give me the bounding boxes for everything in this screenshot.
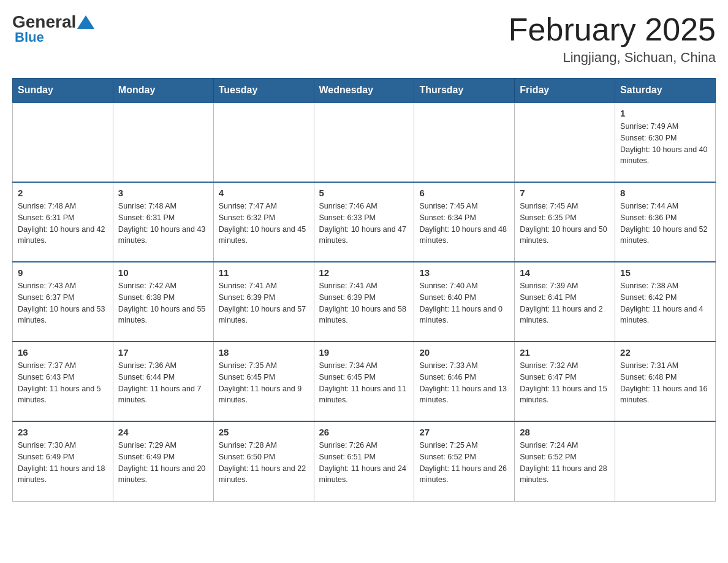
day-info: Sunrise: 7:41 AMSunset: 6:39 PMDaylight:…	[219, 280, 309, 326]
table-row: 6Sunrise: 7:45 AMSunset: 6:34 PMDaylight…	[414, 182, 515, 262]
table-row: 1Sunrise: 7:49 AMSunset: 6:30 PMDaylight…	[615, 102, 716, 182]
table-row: 18Sunrise: 7:35 AMSunset: 6:45 PMDayligh…	[213, 342, 314, 421]
table-row: 17Sunrise: 7:36 AMSunset: 6:44 PMDayligh…	[113, 342, 213, 421]
day-info: Sunrise: 7:42 AMSunset: 6:38 PMDaylight:…	[118, 280, 208, 326]
title-section: February 2025 Lingjiang, Sichuan, China	[509, 12, 716, 66]
day-info: Sunrise: 7:47 AMSunset: 6:32 PMDaylight:…	[219, 201, 309, 247]
table-row: 3Sunrise: 7:48 AMSunset: 6:31 PMDaylight…	[113, 182, 213, 262]
day-info: Sunrise: 7:34 AMSunset: 6:45 PMDaylight:…	[319, 360, 409, 406]
day-info: Sunrise: 7:49 AMSunset: 6:30 PMDaylight:…	[620, 121, 710, 167]
header-tuesday: Tuesday	[213, 79, 314, 103]
day-info: Sunrise: 7:26 AMSunset: 6:51 PMDaylight:…	[319, 440, 409, 486]
day-number: 14	[520, 267, 610, 278]
day-number: 10	[118, 267, 208, 278]
table-row: 2Sunrise: 7:48 AMSunset: 6:31 PMDaylight…	[13, 182, 113, 262]
table-row	[314, 102, 414, 182]
logo: General Blue	[12, 12, 96, 45]
table-row: 12Sunrise: 7:41 AMSunset: 6:39 PMDayligh…	[314, 262, 414, 342]
day-number: 12	[319, 267, 409, 278]
day-number: 8	[620, 188, 710, 198]
page-header: General Blue February 2025 Lingjiang, Si…	[12, 12, 716, 66]
calendar-header-row: Sunday Monday Tuesday Wednesday Thursday…	[13, 79, 716, 103]
day-info: Sunrise: 7:41 AMSunset: 6:39 PMDaylight:…	[319, 280, 409, 326]
week-row-5: 23Sunrise: 7:30 AMSunset: 6:49 PMDayligh…	[13, 421, 716, 501]
day-info: Sunrise: 7:46 AMSunset: 6:33 PMDaylight:…	[319, 201, 409, 247]
day-info: Sunrise: 7:29 AMSunset: 6:49 PMDaylight:…	[118, 440, 208, 486]
day-number: 19	[319, 347, 409, 358]
table-row: 25Sunrise: 7:28 AMSunset: 6:50 PMDayligh…	[213, 421, 314, 501]
day-info: Sunrise: 7:45 AMSunset: 6:34 PMDaylight:…	[419, 201, 509, 247]
day-number: 13	[419, 267, 509, 278]
day-info: Sunrise: 7:31 AMSunset: 6:48 PMDaylight:…	[620, 360, 710, 406]
week-row-2: 2Sunrise: 7:48 AMSunset: 6:31 PMDaylight…	[13, 182, 716, 262]
calendar-table: Sunday Monday Tuesday Wednesday Thursday…	[12, 78, 716, 502]
week-row-4: 16Sunrise: 7:37 AMSunset: 6:43 PMDayligh…	[13, 342, 716, 421]
table-row: 16Sunrise: 7:37 AMSunset: 6:43 PMDayligh…	[13, 342, 113, 421]
table-row: 11Sunrise: 7:41 AMSunset: 6:39 PMDayligh…	[213, 262, 314, 342]
day-number: 2	[18, 188, 108, 198]
day-info: Sunrise: 7:33 AMSunset: 6:46 PMDaylight:…	[419, 360, 509, 406]
day-info: Sunrise: 7:48 AMSunset: 6:31 PMDaylight:…	[18, 201, 108, 247]
table-row: 27Sunrise: 7:25 AMSunset: 6:52 PMDayligh…	[414, 421, 515, 501]
table-row: 14Sunrise: 7:39 AMSunset: 6:41 PMDayligh…	[515, 262, 615, 342]
day-number: 11	[219, 267, 309, 278]
table-row	[113, 102, 213, 182]
day-number: 28	[520, 427, 610, 437]
header-thursday: Thursday	[414, 79, 515, 103]
day-number: 22	[620, 347, 710, 358]
day-info: Sunrise: 7:36 AMSunset: 6:44 PMDaylight:…	[118, 360, 208, 406]
day-number: 9	[18, 267, 108, 278]
day-info: Sunrise: 7:48 AMSunset: 6:31 PMDaylight:…	[118, 201, 208, 247]
week-row-1: 1Sunrise: 7:49 AMSunset: 6:30 PMDaylight…	[13, 102, 716, 182]
week-row-3: 9Sunrise: 7:43 AMSunset: 6:37 PMDaylight…	[13, 262, 716, 342]
table-row	[615, 421, 716, 501]
day-number: 7	[520, 188, 610, 198]
table-row: 4Sunrise: 7:47 AMSunset: 6:32 PMDaylight…	[213, 182, 314, 262]
header-saturday: Saturday	[615, 79, 716, 103]
day-info: Sunrise: 7:30 AMSunset: 6:49 PMDaylight:…	[18, 440, 108, 486]
day-number: 1	[620, 108, 710, 118]
header-friday: Friday	[515, 79, 615, 103]
day-number: 5	[319, 188, 409, 198]
table-row: 9Sunrise: 7:43 AMSunset: 6:37 PMDaylight…	[13, 262, 113, 342]
day-info: Sunrise: 7:39 AMSunset: 6:41 PMDaylight:…	[520, 280, 610, 326]
day-number: 17	[118, 347, 208, 358]
day-number: 6	[419, 188, 509, 198]
logo-triangle-icon	[77, 15, 94, 29]
day-info: Sunrise: 7:24 AMSunset: 6:52 PMDaylight:…	[520, 440, 610, 486]
day-number: 15	[620, 267, 710, 278]
day-info: Sunrise: 7:35 AMSunset: 6:45 PMDaylight:…	[219, 360, 309, 406]
day-info: Sunrise: 7:38 AMSunset: 6:42 PMDaylight:…	[620, 280, 710, 326]
day-number: 27	[419, 427, 509, 437]
month-title: February 2025	[509, 12, 716, 47]
day-number: 18	[219, 347, 309, 358]
day-number: 4	[219, 188, 309, 198]
day-number: 25	[219, 427, 309, 437]
day-info: Sunrise: 7:25 AMSunset: 6:52 PMDaylight:…	[419, 440, 509, 486]
day-number: 3	[118, 188, 208, 198]
table-row: 8Sunrise: 7:44 AMSunset: 6:36 PMDaylight…	[615, 182, 716, 262]
day-info: Sunrise: 7:37 AMSunset: 6:43 PMDaylight:…	[18, 360, 108, 406]
table-row	[515, 102, 615, 182]
day-info: Sunrise: 7:28 AMSunset: 6:50 PMDaylight:…	[219, 440, 309, 486]
day-info: Sunrise: 7:32 AMSunset: 6:47 PMDaylight:…	[520, 360, 610, 406]
day-number: 23	[18, 427, 108, 437]
day-number: 26	[319, 427, 409, 437]
table-row: 7Sunrise: 7:45 AMSunset: 6:35 PMDaylight…	[515, 182, 615, 262]
day-info: Sunrise: 7:44 AMSunset: 6:36 PMDaylight:…	[620, 201, 710, 247]
table-row: 20Sunrise: 7:33 AMSunset: 6:46 PMDayligh…	[414, 342, 515, 421]
table-row: 19Sunrise: 7:34 AMSunset: 6:45 PMDayligh…	[314, 342, 414, 421]
day-number: 24	[118, 427, 208, 437]
day-number: 21	[520, 347, 610, 358]
day-info: Sunrise: 7:40 AMSunset: 6:40 PMDaylight:…	[419, 280, 509, 326]
table-row: 15Sunrise: 7:38 AMSunset: 6:42 PMDayligh…	[615, 262, 716, 342]
table-row: 10Sunrise: 7:42 AMSunset: 6:38 PMDayligh…	[113, 262, 213, 342]
day-number: 20	[419, 347, 509, 358]
table-row	[13, 102, 113, 182]
table-row: 24Sunrise: 7:29 AMSunset: 6:49 PMDayligh…	[113, 421, 213, 501]
location-subtitle: Lingjiang, Sichuan, China	[509, 50, 716, 66]
table-row: 28Sunrise: 7:24 AMSunset: 6:52 PMDayligh…	[515, 421, 615, 501]
day-number: 16	[18, 347, 108, 358]
logo-blue-text: Blue	[15, 29, 44, 45]
day-info: Sunrise: 7:43 AMSunset: 6:37 PMDaylight:…	[18, 280, 108, 326]
